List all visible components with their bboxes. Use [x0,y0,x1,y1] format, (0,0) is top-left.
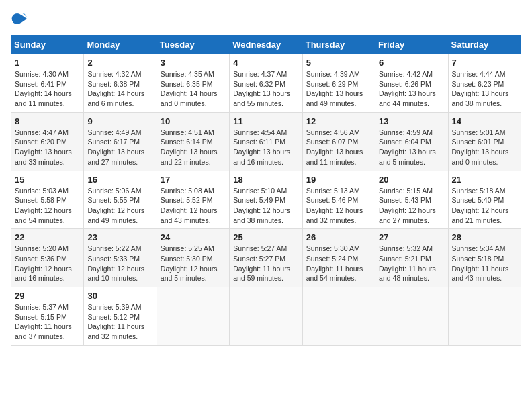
day-info: Sunrise: 4:56 AM Sunset: 6:07 PM Dayligh… [306,128,371,167]
day-number: 14 [452,116,517,126]
day-info: Sunrise: 5:06 AM Sunset: 5:55 PM Dayligh… [87,186,152,226]
weekday-header-tuesday: Tuesday [157,36,229,54]
svg-point-0 [12,13,23,24]
day-cell: 15 Sunrise: 5:03 AM Sunset: 5:58 PM Dayl… [11,171,84,229]
day-info: Sunrise: 5:15 AM Sunset: 5:43 PM Dayligh… [379,186,444,226]
day-number: 29 [15,291,80,301]
day-info: Sunrise: 4:42 AM Sunset: 6:26 PM Dayligh… [379,69,444,109]
weekday-header-friday: Friday [375,36,448,54]
week-row-1: 1 Sunrise: 4:30 AM Sunset: 6:41 PM Dayli… [11,54,521,113]
day-number: 9 [87,116,152,126]
day-cell: 26 Sunrise: 5:30 AM Sunset: 5:24 PM Dayl… [302,229,375,287]
day-info: Sunrise: 4:35 AM Sunset: 6:35 PM Dayligh… [161,69,226,109]
day-number: 13 [379,116,444,126]
day-number: 27 [379,232,444,242]
day-cell: 25 Sunrise: 5:27 AM Sunset: 5:27 PM Dayl… [230,229,302,287]
day-info: Sunrise: 4:51 AM Sunset: 6:14 PM Dayligh… [161,128,226,167]
weekday-header-saturday: Saturday [448,36,521,54]
weekday-header-sunday: Sunday [11,36,84,54]
day-number: 23 [87,232,152,242]
week-row-5: 29 Sunrise: 5:37 AM Sunset: 5:15 PM Dayl… [11,287,521,346]
day-cell: 23 Sunrise: 5:22 AM Sunset: 5:33 PM Dayl… [84,229,157,287]
day-info: Sunrise: 4:37 AM Sunset: 6:32 PM Dayligh… [233,69,298,109]
day-number: 2 [87,58,152,68]
week-row-4: 22 Sunrise: 5:20 AM Sunset: 5:36 PM Dayl… [11,229,521,287]
day-cell: 10 Sunrise: 4:51 AM Sunset: 6:14 PM Dayl… [157,112,229,171]
day-number: 5 [306,58,371,68]
day-info: Sunrise: 5:10 AM Sunset: 5:49 PM Dayligh… [233,186,298,226]
day-info: Sunrise: 4:54 AM Sunset: 6:11 PM Dayligh… [233,128,298,167]
day-cell [302,287,375,346]
weekday-header-row: SundayMondayTuesdayWednesdayThursdayFrid… [11,36,521,54]
day-info: Sunrise: 4:49 AM Sunset: 6:17 PM Dayligh… [87,128,152,167]
day-info: Sunrise: 5:03 AM Sunset: 5:58 PM Dayligh… [15,186,80,226]
day-info: Sunrise: 5:27 AM Sunset: 5:27 PM Dayligh… [233,244,298,283]
day-info: Sunrise: 5:20 AM Sunset: 5:36 PM Dayligh… [15,244,80,283]
day-cell: 22 Sunrise: 5:20 AM Sunset: 5:36 PM Dayl… [11,229,84,287]
day-cell: 11 Sunrise: 4:54 AM Sunset: 6:11 PM Dayl… [230,112,302,171]
day-info: Sunrise: 5:13 AM Sunset: 5:46 PM Dayligh… [306,186,371,226]
day-number: 15 [15,175,80,185]
day-number: 1 [15,58,80,68]
logo [11,11,30,27]
day-number: 24 [161,232,226,242]
day-cell: 17 Sunrise: 5:08 AM Sunset: 5:52 PM Dayl… [157,171,229,229]
day-number: 19 [306,175,371,185]
day-cell: 7 Sunrise: 4:44 AM Sunset: 6:23 PM Dayli… [448,54,521,113]
day-number: 30 [87,291,152,301]
day-cell: 21 Sunrise: 5:18 AM Sunset: 5:40 PM Dayl… [448,171,521,229]
day-number: 11 [233,116,298,126]
day-cell: 2 Sunrise: 4:32 AM Sunset: 6:38 PM Dayli… [84,54,157,113]
day-info: Sunrise: 5:18 AM Sunset: 5:40 PM Dayligh… [452,186,517,226]
day-info: Sunrise: 4:44 AM Sunset: 6:23 PM Dayligh… [452,69,517,109]
day-cell [375,287,448,346]
day-cell: 28 Sunrise: 5:34 AM Sunset: 5:18 PM Dayl… [448,229,521,287]
day-number: 18 [233,175,298,185]
day-cell: 8 Sunrise: 4:47 AM Sunset: 6:20 PM Dayli… [11,112,84,171]
day-cell: 1 Sunrise: 4:30 AM Sunset: 6:41 PM Dayli… [11,54,84,113]
day-info: Sunrise: 5:30 AM Sunset: 5:24 PM Dayligh… [306,244,371,283]
day-number: 3 [161,58,226,68]
day-cell: 19 Sunrise: 5:13 AM Sunset: 5:46 PM Dayl… [302,171,375,229]
day-info: Sunrise: 5:25 AM Sunset: 5:30 PM Dayligh… [161,244,226,283]
day-cell: 30 Sunrise: 5:39 AM Sunset: 5:12 PM Dayl… [84,287,157,346]
day-cell: 14 Sunrise: 5:01 AM Sunset: 6:01 PM Dayl… [448,112,521,171]
day-info: Sunrise: 5:37 AM Sunset: 5:15 PM Dayligh… [15,302,80,342]
day-cell: 18 Sunrise: 5:10 AM Sunset: 5:49 PM Dayl… [230,171,302,229]
logo-icon [11,11,27,27]
day-info: Sunrise: 4:30 AM Sunset: 6:41 PM Dayligh… [15,69,80,109]
day-cell: 13 Sunrise: 4:59 AM Sunset: 6:04 PM Dayl… [375,112,448,171]
weekday-header-thursday: Thursday [302,36,375,54]
day-info: Sunrise: 5:08 AM Sunset: 5:52 PM Dayligh… [161,186,226,226]
day-number: 12 [306,116,371,126]
day-cell: 16 Sunrise: 5:06 AM Sunset: 5:55 PM Dayl… [84,171,157,229]
day-cell [230,287,302,346]
day-cell: 27 Sunrise: 5:32 AM Sunset: 5:21 PM Dayl… [375,229,448,287]
day-cell [448,287,521,346]
day-number: 17 [161,175,226,185]
day-cell: 6 Sunrise: 4:42 AM Sunset: 6:26 PM Dayli… [375,54,448,113]
calendar-table: SundayMondayTuesdayWednesdayThursdayFrid… [11,35,521,346]
day-number: 20 [379,175,444,185]
day-info: Sunrise: 5:32 AM Sunset: 5:21 PM Dayligh… [379,244,444,283]
day-cell: 20 Sunrise: 5:15 AM Sunset: 5:43 PM Dayl… [375,171,448,229]
day-info: Sunrise: 5:34 AM Sunset: 5:18 PM Dayligh… [452,244,517,283]
day-number: 6 [379,58,444,68]
day-cell: 4 Sunrise: 4:37 AM Sunset: 6:32 PM Dayli… [230,54,302,113]
day-number: 16 [87,175,152,185]
day-cell: 5 Sunrise: 4:39 AM Sunset: 6:29 PM Dayli… [302,54,375,113]
day-cell [157,287,229,346]
day-info: Sunrise: 5:01 AM Sunset: 6:01 PM Dayligh… [452,128,517,167]
day-number: 26 [306,232,371,242]
day-number: 7 [452,58,517,68]
day-number: 21 [452,175,517,185]
day-number: 25 [233,232,298,242]
day-info: Sunrise: 4:47 AM Sunset: 6:20 PM Dayligh… [15,128,80,167]
day-number: 4 [233,58,298,68]
day-cell: 29 Sunrise: 5:37 AM Sunset: 5:15 PM Dayl… [11,287,84,346]
day-info: Sunrise: 4:32 AM Sunset: 6:38 PM Dayligh… [87,69,152,109]
page-header [11,11,521,27]
day-cell: 24 Sunrise: 5:25 AM Sunset: 5:30 PM Dayl… [157,229,229,287]
day-info: Sunrise: 4:39 AM Sunset: 6:29 PM Dayligh… [306,69,371,109]
week-row-3: 15 Sunrise: 5:03 AM Sunset: 5:58 PM Dayl… [11,171,521,229]
